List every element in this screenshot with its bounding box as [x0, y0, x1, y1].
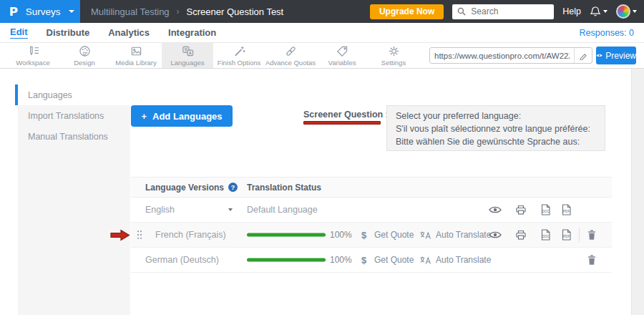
screener-question-label: Screener Question : — [303, 110, 389, 120]
chevron-down-icon — [69, 10, 74, 13]
topbar-actions: Upgrade Now Help — [370, 4, 644, 19]
screener-line-fr: S'il vous plaît sélectionnez votre langu… — [396, 122, 596, 135]
export-doc-icon[interactable]: DOC — [540, 204, 551, 216]
notifications-button[interactable] — [590, 6, 608, 17]
languages-sidebar: Languages Import Translations Manual Tra… — [15, 84, 130, 315]
sidebar-item-label: Manual Translations — [28, 132, 108, 142]
help-link[interactable]: Help — [562, 6, 581, 16]
toolbar-item-finish-options[interactable]: Finish Options — [213, 43, 265, 68]
page-scroll-gutter[interactable] — [631, 69, 644, 315]
translate-icon[interactable] — [419, 256, 431, 265]
default-language-dropdown[interactable]: English — [145, 205, 233, 215]
toolbar-item-workspace[interactable]: Workspace — [7, 43, 59, 68]
auto-translate-link[interactable]: Auto Translate — [436, 255, 491, 265]
view-icon[interactable] — [489, 205, 502, 214]
toolbar-item-media-library[interactable]: Media Library — [110, 43, 162, 68]
add-languages-button[interactable]: + Add Languages — [131, 105, 233, 127]
upgrade-now-button[interactable]: Upgrade Now — [370, 4, 444, 19]
eye-icon — [596, 52, 602, 59]
red-underline-annotation — [303, 121, 381, 125]
print-icon[interactable] — [515, 205, 527, 215]
help-icon[interactable]: ? — [228, 183, 238, 192]
get-quote-link[interactable]: Get Quote — [374, 230, 414, 240]
account-menu[interactable] — [616, 4, 637, 19]
default-language-status: Default Language — [247, 205, 318, 215]
export-doc-icon[interactable]: DOC — [540, 229, 551, 241]
survey-url-input[interactable] — [430, 52, 574, 60]
tab-distribute[interactable]: Distribute — [47, 27, 90, 38]
translation-progress-bar — [247, 258, 326, 262]
breadcrumb-current: Screener Question Test — [187, 6, 284, 17]
dollar-icon[interactable]: $ — [361, 255, 366, 266]
column-translation-status: Translation Status — [247, 183, 321, 193]
edit-url-button[interactable] — [574, 48, 592, 63]
toolbar-item-label: Media Library — [115, 59, 157, 67]
sidebar-item-import-translations[interactable]: Import Translations — [18, 105, 130, 126]
toolbar-item-label: Workspace — [16, 59, 49, 67]
translation-progress-bar — [247, 233, 326, 237]
toolbar-item-label: Advance Quotas — [265, 59, 316, 67]
tab-edit[interactable]: Edit — [10, 26, 28, 39]
product-menu[interactable]: P Surveys — [0, 0, 80, 23]
responses-count[interactable]: Responses: 0 — [580, 28, 634, 38]
language-cell: German (Deutsch) — [145, 255, 247, 265]
toolbar-item-label: Design — [74, 59, 95, 67]
survey-nav: Edit Distribute Analytics Integration Re… — [0, 23, 644, 43]
chevron-down-icon — [633, 10, 637, 13]
drag-handle-icon[interactable] — [136, 230, 143, 240]
bell-icon — [590, 6, 601, 17]
tab-integration[interactable]: Integration — [168, 27, 216, 38]
tab-analytics[interactable]: Analytics — [108, 27, 150, 38]
print-icon[interactable] — [515, 230, 527, 241]
search-input[interactable] — [469, 6, 537, 17]
language-versions-table: Language Versions ? Translation Status E… — [131, 177, 612, 273]
breadcrumb: Multilingual Testing › Screener Question… — [91, 6, 283, 17]
language-name: English — [145, 205, 175, 215]
progress-percent: 100% — [330, 230, 352, 240]
view-icon[interactable] — [489, 231, 502, 239]
language-name: German (Deutsch) — [145, 255, 219, 265]
workspace-icon — [26, 45, 40, 57]
design-icon — [78, 45, 92, 57]
toolbar-item-design[interactable]: Design — [59, 43, 110, 68]
sidebar-item-label: Languages — [28, 90, 72, 100]
table-row-english: English Default Language DOC PDF — [131, 198, 612, 223]
export-pdf-icon[interactable]: PDF — [561, 204, 572, 216]
finish-options-icon — [233, 45, 246, 57]
toolbar-item-label: Variables — [328, 59, 356, 67]
dollar-icon[interactable]: $ — [361, 230, 366, 241]
variables-icon — [336, 45, 349, 57]
table-header: Language Versions ? Translation Status — [131, 177, 612, 198]
pdf-icon-label: PDF — [563, 210, 570, 213]
sidebar-item-manual-translations[interactable]: Manual Translations — [18, 126, 130, 147]
plus-icon: + — [141, 111, 147, 122]
language-cell: French (Français) — [145, 230, 247, 240]
preview-button[interactable]: Preview — [596, 47, 636, 64]
export-pdf-icon[interactable]: PDF — [561, 229, 572, 241]
add-languages-label: Add Languages — [152, 111, 223, 122]
delete-icon[interactable] — [587, 229, 597, 241]
table-row-french: French (Français) 100% $ Get Quote Auto … — [131, 223, 612, 248]
questionpro-logo-icon: P — [9, 5, 18, 19]
search-box[interactable] — [452, 4, 554, 19]
avatar — [616, 4, 630, 19]
toolbar-item-settings[interactable]: Settings — [368, 43, 419, 68]
toolbar-item-advance-quotas[interactable]: Advance Quotas — [265, 43, 316, 68]
delete-icon[interactable] — [587, 254, 597, 266]
breadcrumb-parent[interactable]: Multilingual Testing — [91, 6, 170, 17]
doc-icon-label: DOC — [542, 235, 550, 238]
language-cell: English — [145, 205, 247, 215]
breadcrumb-separator: › — [177, 6, 180, 16]
product-menu-label: Surveys — [26, 6, 61, 17]
advance-quotas-icon — [284, 45, 298, 57]
languages-icon — [181, 45, 195, 57]
sidebar-item-languages[interactable]: Languages — [15, 84, 130, 105]
toolbar-item-languages[interactable]: Languages — [162, 43, 213, 68]
sidebar-item-label: Import Translations — [28, 111, 104, 121]
auto-translate-link[interactable]: Auto Translate — [436, 230, 491, 240]
translate-icon[interactable] — [419, 231, 431, 240]
toolbar-item-label: Languages — [170, 59, 204, 67]
red-arrow-annotation — [110, 229, 130, 241]
toolbar-item-variables[interactable]: Variables — [316, 43, 368, 68]
get-quote-link[interactable]: Get Quote — [374, 255, 414, 265]
